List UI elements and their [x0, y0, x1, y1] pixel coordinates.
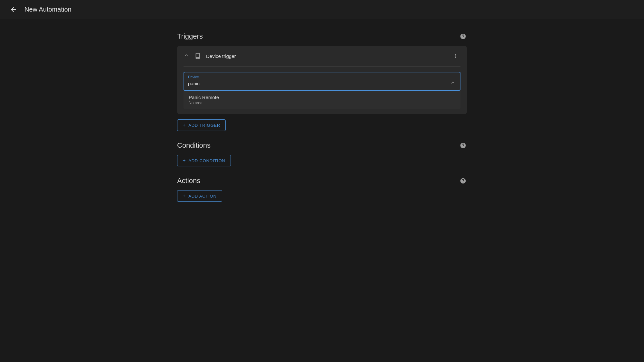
app-header: New Automation — [0, 0, 644, 19]
plus-icon-action: + — [183, 193, 186, 199]
triggers-section-header: Triggers — [177, 32, 467, 41]
add-trigger-button[interactable]: + ADD TRIGGER — [177, 119, 226, 131]
conditions-section-header: Conditions — [177, 141, 467, 150]
dropdown-item-sub: No area — [189, 101, 455, 105]
plus-icon-condition: + — [183, 158, 186, 163]
actions-title: Actions — [177, 177, 200, 185]
actions-section-header: Actions — [177, 177, 467, 185]
add-action-button[interactable]: + ADD ACTION — [177, 190, 222, 202]
trigger-more-button[interactable] — [450, 51, 460, 61]
back-button[interactable] — [8, 4, 19, 15]
device-label: Device — [188, 75, 456, 79]
conditions-section: Conditions + ADD CONDITION — [177, 141, 467, 166]
device-input-row — [188, 79, 456, 88]
device-search-input[interactable] — [188, 81, 450, 86]
triggers-title: Triggers — [177, 32, 203, 41]
trigger-name-label: Device trigger — [206, 53, 450, 59]
dropdown-item-name: Panic Remote — [189, 95, 455, 100]
actions-help-icon[interactable] — [459, 177, 467, 185]
trigger-card-header[interactable]: Device trigger — [177, 46, 467, 66]
device-trigger-icon — [193, 51, 202, 60]
chevron-up-icon — [450, 79, 456, 88]
add-action-label: ADD ACTION — [188, 194, 216, 199]
plus-icon: + — [183, 122, 186, 128]
dropdown-item-panic-remote[interactable]: Panic Remote No area — [184, 91, 460, 109]
conditions-title: Conditions — [177, 141, 211, 150]
trigger-card: Device trigger Device — [177, 46, 467, 114]
add-trigger-label: ADD TRIGGER — [188, 123, 220, 128]
main-content: Triggers — [0, 19, 644, 225]
conditions-help-icon[interactable] — [459, 142, 467, 149]
automation-editor: Triggers — [177, 32, 467, 212]
add-condition-button[interactable]: + ADD CONDITION — [177, 155, 231, 166]
actions-section: Actions + ADD ACTION — [177, 177, 467, 202]
add-condition-label: ADD CONDITION — [188, 158, 225, 163]
trigger-body: Device — [177, 67, 467, 109]
triggers-section: Triggers — [177, 32, 467, 131]
device-dropdown: Panic Remote No area — [184, 91, 460, 109]
triggers-help-icon[interactable] — [459, 32, 467, 40]
collapse-icon — [184, 52, 189, 60]
device-input-container: Device — [184, 72, 460, 91]
page-title: New Automation — [24, 6, 71, 13]
